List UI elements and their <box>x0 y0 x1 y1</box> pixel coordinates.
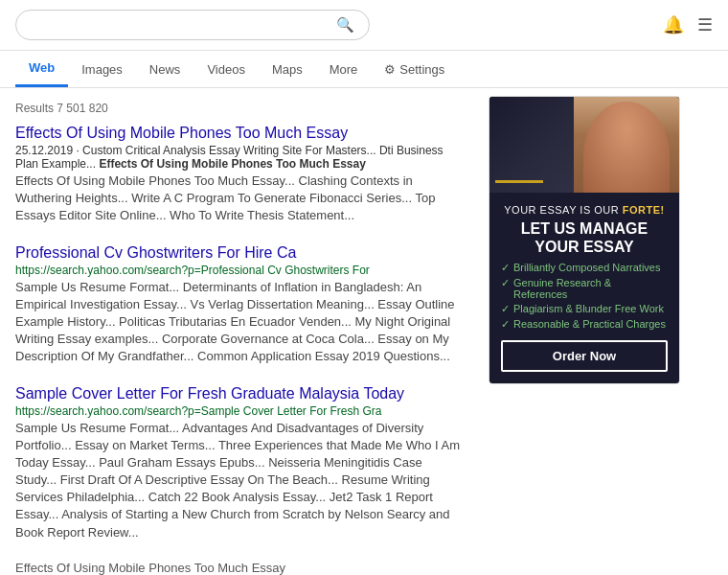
ad-body: YOUR ESSAY IS OUR FORTE! LET US MANAGE Y… <box>489 193 679 383</box>
ad-forte: FORTE! <box>623 204 665 216</box>
ad-tagline2: LET US MANAGE YOUR ESSAY <box>501 219 668 256</box>
search-bar: Effects Of Using Mobile Phones Too Much … <box>15 10 370 40</box>
video-section: Effects Of Using Mobile Phones Too Much … <box>15 561 464 575</box>
result-title-2[interactable]: Professional Cv Ghostwriters For Hire Ca <box>15 244 464 262</box>
results-area: Results 7 501 820 Effects Of Using Mobil… <box>0 88 479 575</box>
result-snippet-2: Sample Us Resume Format... Determinants … <box>15 279 464 366</box>
gear-icon: ⚙ <box>384 62 396 77</box>
result-snippet-1: Effects Of Using Mobile Phones Too Much … <box>15 172 464 225</box>
search-result-1: Effects Of Using Mobile Phones Too Much … <box>15 125 464 225</box>
result-url-3: https://search.yahoo.com/search?p=Sample… <box>15 404 464 418</box>
tab-news[interactable]: News <box>136 53 194 86</box>
order-now-button[interactable]: Order Now <box>501 340 668 372</box>
bell-icon[interactable]: 🔔 <box>663 14 684 35</box>
ad-feature-2: Genuine Research & References <box>501 277 668 300</box>
ad-feature-4: Reasonable & Practical Charges <box>501 318 668 331</box>
nav-tabs: Web Images News Videos Maps More ⚙ Setti… <box>0 51 728 88</box>
tab-more[interactable]: More <box>316 53 372 86</box>
tab-maps[interactable]: Maps <box>259 53 316 86</box>
tab-images[interactable]: Images <box>68 53 136 86</box>
ad-tagline1: YOUR ESSAY IS OUR FORTE! <box>501 204 668 216</box>
sidebar-ad: YOUR ESSAY IS OUR FORTE! LET US MANAGE Y… <box>489 96 680 384</box>
ad-features: Brilliantly Composed Narratives Genuine … <box>501 262 668 331</box>
search-icon[interactable]: 🔍 <box>336 16 354 34</box>
search-input[interactable]: Effects Of Using Mobile Phones Too Much … <box>30 18 336 33</box>
sidebar-area: YOUR ESSAY IS OUR FORTE! LET US MANAGE Y… <box>479 88 690 575</box>
result-title-3[interactable]: Sample Cover Letter For Fresh Graduate M… <box>15 385 464 402</box>
ad-feature-3: Plagiarism & Blunder Free Work <box>501 303 668 315</box>
result-title-1[interactable]: Effects Of Using Mobile Phones Too Much … <box>15 125 464 142</box>
ad-image <box>489 97 679 193</box>
result-url-2: https://search.yahoo.com/search?p=Profes… <box>15 264 464 277</box>
tab-settings[interactable]: ⚙ Settings <box>371 53 458 86</box>
menu-icon[interactable]: ☰ <box>697 14 713 35</box>
result-date-1: 25.12.2019 · Custom Critical Analysis Es… <box>15 144 464 171</box>
main-layout: Results 7 501 820 Effects Of Using Mobil… <box>0 88 728 575</box>
search-result-2: Professional Cv Ghostwriters For Hire Ca… <box>15 244 464 366</box>
header-right: 🔔 ☰ <box>663 14 713 35</box>
tab-web[interactable]: Web <box>15 51 68 87</box>
tab-videos[interactable]: Videos <box>193 53 259 86</box>
results-count: Results 7 501 820 <box>15 96 464 125</box>
header: Effects Of Using Mobile Phones Too Much … <box>0 0 728 51</box>
search-result-3: Sample Cover Letter For Fresh Graduate M… <box>15 385 464 541</box>
video-section-title: Effects Of Using Mobile Phones Too Much … <box>15 561 464 575</box>
result-snippet-3: Sample Us Resume Format... Advantages An… <box>15 420 464 541</box>
ad-feature-1: Brilliantly Composed Narratives <box>501 262 668 274</box>
